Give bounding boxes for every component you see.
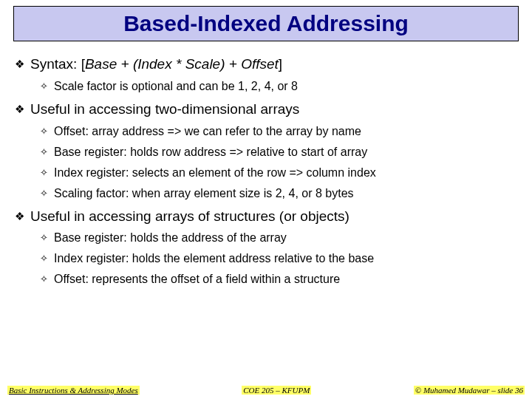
diamond-icon: ❖ [15,210,24,223]
subbullet-text: Offset: represents the offset of a field… [54,272,340,287]
footer-left: Basic Instructions & Addressing Modes [7,386,140,395]
subbullet: ✧ Index register: selects an element of … [40,166,517,180]
bullet-structures: ❖ Useful in accessing arrays of structur… [15,208,517,225]
bullet-text: Useful in accessing arrays of structures… [30,208,349,225]
subbullet-text: Offset: array address => we can refer to… [54,124,361,139]
bullet-text: Useful in accessing two-dimensional arra… [30,100,299,118]
bullet-2d-arrays: ❖ Useful in accessing two-dimensional ar… [15,100,517,118]
subbullet-text: Base register: holds row address => rela… [54,145,367,160]
content-area: ❖ Syntax: [Base + (Index * Scale) + Offs… [0,41,532,287]
subbullet: ✧ Offset: represents the offset of a fie… [40,272,517,287]
subbullet-text: Index register: holds the element addres… [54,251,374,266]
footer-right: © Muhamed Mudawar – slide 36 [414,386,525,395]
diamond-icon: ❖ [15,58,24,71]
subbullet-text: Index register: selects an element of th… [54,166,376,180]
bullet-syntax: ❖ Syntax: [Base + (Index * Scale) + Offs… [15,55,517,73]
cross-icon: ✧ [40,81,48,92]
subbullet-text: Base register: holds the address of the … [54,231,287,245]
subbullet: ✧ Offset: array address => we can refer … [40,124,517,139]
subbullet: ✧ Scaling factor: when array element siz… [40,186,517,201]
cross-icon: ✧ [40,146,48,157]
cross-icon: ✧ [40,273,48,284]
subbullet-text: Scale factor is optional and can be 1, 2… [54,79,298,94]
diamond-icon: ❖ [15,103,24,116]
cross-icon: ✧ [40,253,48,264]
cross-icon: ✧ [40,188,48,199]
footer-center: COE 205 – KFUPM [242,386,311,395]
footer: Basic Instructions & Addressing Modes CO… [0,386,532,395]
title-bar: Based-Indexed Addressing [13,6,519,41]
subbullet: ✧ Base register: holds the address of th… [40,231,517,245]
cross-icon: ✧ [40,232,48,243]
subbullet: ✧ Index register: holds the element addr… [40,251,517,266]
bullet-text: Syntax: [Base + (Index * Scale) + Offset… [30,55,282,73]
subbullet-text: Scaling factor: when array element size … [54,186,354,201]
slide-title: Based-Indexed Addressing [14,11,518,36]
cross-icon: ✧ [40,126,48,137]
subbullet: ✧ Base register: holds row address => re… [40,145,517,160]
subbullet: ✧ Scale factor is optional and can be 1,… [40,79,517,94]
cross-icon: ✧ [40,167,48,178]
